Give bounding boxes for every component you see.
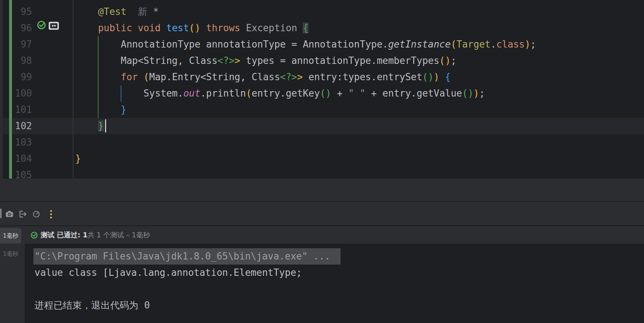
selected-console-text: "C:\Program Files\Java\jdk1.8.0_65\bin\j… (33, 248, 341, 265)
test-status-passed: 测试 已通过: 1 (41, 230, 88, 240)
kebab-menu-icon[interactable] (50, 210, 52, 219)
line-number: 97 (3, 36, 32, 53)
line-number: 105 (3, 167, 32, 179)
test-status-detail: 共 1 个测试 – 1毫秒 (88, 230, 150, 240)
test-status-row: 测试 已通过: 1 共 1 个测试 – 1毫秒 (31, 230, 150, 241)
vcs-change-bar[interactable] (9, 0, 12, 179)
indent-guide-method (98, 36, 98, 118)
line-number: 103 (3, 134, 32, 151)
code-line-97[interactable]: 97 AnnotationType annotationType = Annot… (3, 36, 644, 53)
code-text: System.out.println(entry.getKey() + " " … (75, 85, 485, 102)
line-number: 101 (3, 102, 32, 118)
line-number: 104 (3, 151, 32, 167)
line-number: 98 (3, 53, 32, 69)
code-text: Map<String, Class<?>> types = annotation… (75, 53, 456, 69)
code-text: } (75, 151, 81, 167)
code-text: } (75, 118, 104, 134)
console-line (25, 281, 644, 297)
code-editor[interactable]: 95 @Test 新 *96 public void test() throws… (0, 0, 644, 179)
recorder-badge-icon[interactable] (48, 21, 59, 32)
line-number: 102 (3, 118, 32, 134)
partial-icon (0, 209, 1, 218)
line-number: 100 (3, 85, 32, 102)
line-number: 96 (3, 20, 32, 36)
code-line-104[interactable]: 104} (3, 151, 644, 167)
duration-tab-selected[interactable]: 1毫秒 (0, 228, 21, 244)
duration-tab[interactable]: 1毫秒 (0, 248, 21, 260)
code-text: for (Map.Entry<String, Class<?>> entry:t… (75, 69, 451, 85)
editor-left-strip (0, 0, 3, 179)
timer-icon[interactable] (33, 210, 41, 218)
exit-icon[interactable] (19, 210, 27, 218)
line-number: 95 (3, 4, 32, 20)
code-text: AnnotationType annotationType = Annotati… (75, 36, 536, 53)
code-line-105[interactable]: 105 (3, 167, 644, 179)
code-text: @Test 新 * (75, 4, 159, 20)
code-line-98[interactable]: 98 Map<String, Class<?>> types = annotat… (3, 53, 644, 69)
run-toolbar (0, 202, 644, 225)
test-passed-gutter-icon[interactable] (37, 20, 46, 31)
code-line-95[interactable]: 95 @Test 新 * (3, 4, 644, 20)
console-line: value class [Ljava.lang.annotation.Eleme… (25, 265, 644, 281)
code-line-100[interactable]: 100 System.out.println(entry.getKey() + … (3, 85, 644, 102)
gutter-separator (73, 0, 73, 179)
code-line-102[interactable]: 102 } (3, 118, 644, 134)
test-passed-icon (31, 232, 38, 239)
code-line-96[interactable]: 96 public void test() throws Exception { (3, 20, 644, 36)
console-line: "C:\Program Files\Java\jdk1.8.0_65\bin\j… (25, 248, 644, 265)
code-text: public void test() throws Exception { (75, 20, 309, 36)
indent-guide-for-loop (121, 85, 121, 102)
camera-icon[interactable] (5, 210, 13, 218)
text-caret (105, 119, 106, 132)
line-number: 99 (3, 69, 32, 85)
console-line: 进程已结束，退出代码为 0 (25, 297, 644, 314)
splitter-band[interactable] (0, 179, 644, 201)
console-output[interactable]: "C:\Program Files\Java\jdk1.8.0_65\bin\j… (25, 245, 644, 323)
code-line-103[interactable]: 103 (3, 134, 644, 151)
code-text: } (75, 102, 126, 118)
ide-window: 95 @Test 新 *96 public void test() throws… (0, 0, 644, 323)
test-results-panel: 1毫秒 1毫秒 测试 已通过: 1 共 1 个测试 – 1毫秒 "C:\Prog… (0, 226, 644, 323)
code-line-99[interactable]: 99 for (Map.Entry<String, Class<?>> entr… (3, 69, 644, 85)
code-line-101[interactable]: 101 } (3, 102, 644, 118)
